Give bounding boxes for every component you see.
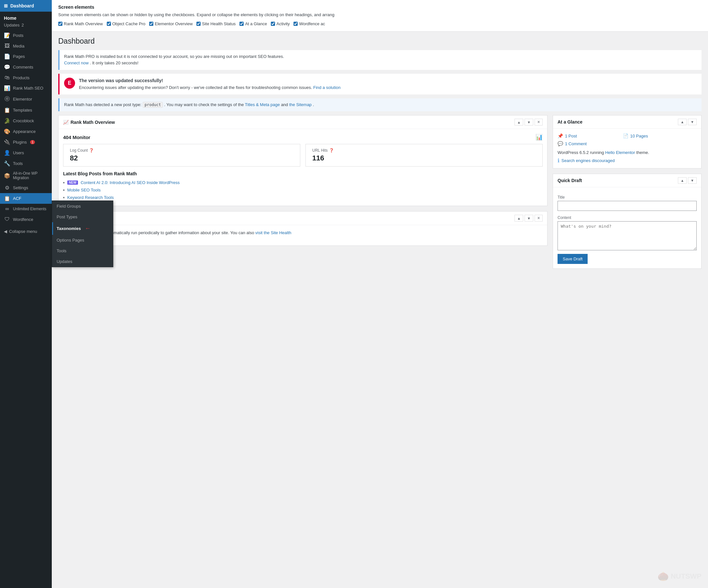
cb-at-a-glance[interactable]: At a Glance <box>239 21 267 26</box>
sidebar-item-crocoblock[interactable]: 🐊 Crocoblock <box>0 116 52 126</box>
save-draft-button[interactable]: Save Draft <box>558 254 588 264</box>
sh-collapse-up-btn[interactable]: ▲ <box>514 215 523 221</box>
cb-site-health-status-input[interactable] <box>197 22 201 26</box>
quick-draft-controls: ▲ ▼ <box>678 177 697 184</box>
rm-post-and: and <box>281 102 288 107</box>
blog-post-link-2[interactable]: Mobile SEO Tools <box>67 188 100 192</box>
sidebar-item-label: Pages <box>13 54 25 59</box>
collapse-menu-button[interactable]: ◀ Collapse menu <box>0 226 52 237</box>
sidebar-item-products[interactable]: 🛍 Products <box>0 72 52 83</box>
search-engines-info-icon: ℹ <box>558 157 559 164</box>
sidebar-item-settings[interactable]: ⚙ Settings <box>0 182 52 193</box>
screen-elements-checkboxes: Rank Math Overview Object Cache Pro Elem… <box>58 21 702 26</box>
quick-draft-title-input[interactable] <box>558 201 697 211</box>
sidebar-item-posts[interactable]: 📝 Posts <box>0 30 52 41</box>
ag-collapse-down-btn[interactable]: ▼ <box>688 119 697 125</box>
sidebar-item-label: Elementor <box>13 97 32 101</box>
home-label[interactable]: Home <box>4 14 48 22</box>
sidebar-item-appearance[interactable]: 🎨 Appearance <box>0 126 52 137</box>
blog-post-2: Mobile SEO Tools <box>63 186 543 194</box>
cb-elementor-overview[interactable]: Elementor Overview <box>149 21 193 26</box>
ag-collapse-up-btn[interactable]: ▲ <box>678 119 687 125</box>
sitemap-link[interactable]: the Sitemap <box>289 102 312 107</box>
widget-close-btn[interactable]: ✕ <box>535 119 543 125</box>
site-health-widget: Site Health Status ▲ ▼ ✕ Site health che… <box>58 211 548 246</box>
cb-activity-input[interactable] <box>271 22 275 26</box>
plugins-badge: 1 <box>30 140 35 144</box>
sidebar-item-label: Wordfence <box>13 217 33 222</box>
sidebar-item-templates[interactable]: 📋 Templates <box>0 105 52 116</box>
sidebar-item-plugins[interactable]: 🔌 Plugins 1 <box>0 137 52 148</box>
cb-wordfence[interactable]: Wordfence ac <box>294 21 325 26</box>
cb-rank-math-overview-input[interactable] <box>58 22 62 26</box>
at-a-glance-header: At a Glance ▲ ▼ <box>553 116 701 129</box>
search-engines-link[interactable]: Search engines discouraged <box>561 158 615 163</box>
cb-object-cache-pro[interactable]: Object Cache Pro <box>107 21 146 26</box>
sidebar-item-all-in-one[interactable]: 📦 All-in-One WP Migration <box>0 169 52 182</box>
sidebar-item-media[interactable]: 🖼 Media <box>0 41 52 51</box>
glance-posts-link[interactable]: 1 Post <box>565 133 577 138</box>
elementor-update-body: Encountering issues after updating the v… <box>79 85 312 90</box>
submenu-item-tools[interactable]: Tools <box>52 246 113 256</box>
sh-close-btn[interactable]: ✕ <box>535 215 543 221</box>
unlimited-elements-icon: ∞ <box>4 206 10 212</box>
submenu-item-field-groups[interactable]: Field Groups <box>52 201 113 212</box>
new-badge: NEW <box>67 181 78 185</box>
sidebar-item-label: Plugins <box>13 140 27 145</box>
submenu-item-label: Tools <box>57 248 66 253</box>
sidebar-item-pages[interactable]: 📄 Pages <box>0 51 52 62</box>
sidebar-item-users[interactable]: 👤 Users <box>0 148 52 158</box>
sidebar-item-acf[interactable]: 📋 ACF <box>0 193 52 204</box>
submenu-item-options-pages[interactable]: Options Pages <box>52 235 113 246</box>
cb-wordfence-input[interactable] <box>294 22 298 26</box>
submenu-item-taxonomies[interactable]: Taxonomies ← <box>52 222 113 235</box>
site-health-widget-controls: ▲ ▼ ✕ <box>514 215 543 221</box>
connect-now-link[interactable]: Connect now <box>64 60 89 65</box>
cb-object-cache-pro-input[interactable] <box>107 22 111 26</box>
sidebar-header[interactable]: ⊞ Dashboard <box>0 0 52 12</box>
updates-item[interactable]: Updates 2 <box>4 22 48 28</box>
sidebar-item-unlimited-elements[interactable]: ∞ Unlimited Elements <box>0 204 52 214</box>
quick-draft-content-textarea[interactable] <box>558 221 697 250</box>
rm-post-pre: Rank Math has detected a new post type: <box>64 102 141 107</box>
submenu-item-post-types[interactable]: Post Types <box>52 212 113 222</box>
hello-elementor-theme-link[interactable]: Hello Elementor <box>605 150 635 155</box>
home-section: Home Updates 2 <box>0 12 52 29</box>
sidebar-item-wordfence[interactable]: 🛡 Wordfence <box>0 214 52 224</box>
widget-collapse-up-btn[interactable]: ▲ <box>514 119 523 125</box>
titles-meta-link[interactable]: Titles & Meta page <box>245 102 280 107</box>
media-icon: 🖼 <box>4 43 10 49</box>
sidebar-item-elementor[interactable]: ⓔ Elementor <box>0 93 52 105</box>
sidebar-item-rank-math[interactable]: 📊 Rank Math SEO <box>0 83 52 93</box>
visit-site-health-link[interactable]: visit the Site Health <box>255 230 291 235</box>
quick-draft-widget: Quick Draft ▲ ▼ Title Content Save Draft <box>553 174 702 269</box>
glance-comments-link[interactable]: 1 Comment <box>565 141 587 146</box>
widget-collapse-down-btn[interactable]: ▼ <box>525 119 533 125</box>
cb-activity[interactable]: Activity <box>271 21 290 26</box>
glance-wp-info: WordPress 6.5.2 running Hello Elementor … <box>558 150 697 155</box>
watermark-icon: 🌰 <box>657 571 669 582</box>
find-solution-link[interactable]: Find a solution <box>313 85 341 90</box>
sidebar-item-label: Posts <box>13 33 24 38</box>
sidebar-item-label: Crocoblock <box>13 118 34 123</box>
cb-site-health-status[interactable]: Site Health Status <box>197 21 236 26</box>
blog-post-link-3[interactable]: Keyword Research Tools <box>67 195 114 200</box>
cb-elementor-overview-input[interactable] <box>149 22 153 26</box>
qd-collapse-up-btn[interactable]: ▲ <box>678 177 687 184</box>
acf-arrow-icon: ← <box>85 225 91 232</box>
sh-collapse-down-btn[interactable]: ▼ <box>525 215 533 221</box>
rank-math-pro-notice: Rank Math PRO is installed but it is not… <box>58 50 702 70</box>
blog-post-link-1[interactable]: Content AI 2.0: Introducing AI SEO Insid… <box>81 180 180 185</box>
glance-pages-link[interactable]: 10 Pages <box>630 133 648 138</box>
appearance-icon: 🎨 <box>4 128 10 134</box>
cb-at-a-glance-input[interactable] <box>239 22 244 26</box>
sidebar-item-comments[interactable]: 💬 Comments <box>0 62 52 72</box>
updates-label: Updates <box>4 23 20 28</box>
qd-collapse-down-btn[interactable]: ▼ <box>688 177 697 184</box>
acf-submenu: Field Groups Post Types Taxonomies ← Opt… <box>52 200 113 267</box>
submenu-item-updates[interactable]: Updates <box>52 256 113 267</box>
cb-rank-math-overview[interactable]: Rank Math Overview <box>58 21 103 26</box>
sidebar-item-tools[interactable]: 🔧 Tools <box>0 158 52 169</box>
elementor-notice-body: The version was updated successfully! En… <box>79 77 341 91</box>
sidebar-item-label: Rank Math SEO <box>13 86 43 91</box>
